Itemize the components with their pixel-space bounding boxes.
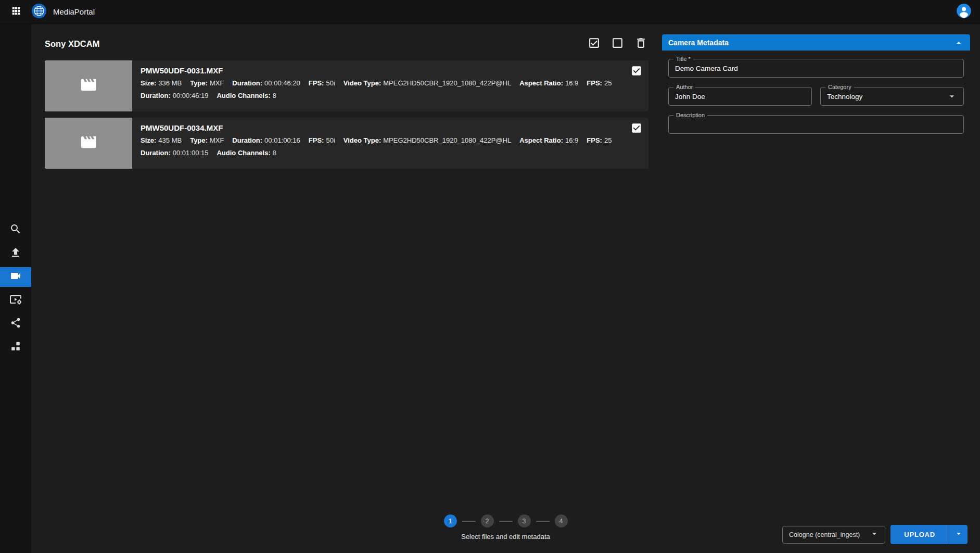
description-field-wrap: Description [668,115,964,134]
meta-pair: Aspect Ratio:16:9 [519,79,578,87]
user-avatar-icon [956,3,972,20]
trash-icon [634,36,647,51]
checkbox-checked-icon [631,122,642,135]
user-avatar-button[interactable] [956,3,972,20]
meta-label: FPS: [587,79,602,87]
sidebar-item-workflow[interactable] [0,337,31,357]
chevron-down-icon [869,529,880,541]
meta-pair: Video Type:MPEG2HD50CBR_1920_1080_422P@H… [343,79,511,87]
stepper-connector [499,521,513,522]
share-icon [10,317,21,330]
metadata-panel: Camera Metadata Title * Author Category [662,34,970,145]
meta-label: Duration: [141,149,171,157]
title-field[interactable] [675,65,957,72]
sidebar-item-share[interactable] [0,314,31,334]
upload-button[interactable]: UPLOAD [890,525,949,544]
stepper-step-4[interactable]: 4 [555,514,568,527]
meta-value: 336 MB [158,79,182,87]
meta-value: MPEG2HD50CBR_1920_1080_422P@HL [383,79,511,87]
files-toolbar [587,35,648,52]
stepper-step-1[interactable]: 1 [444,514,457,527]
meta-pair: Size:435 MB [141,136,182,144]
author-field-wrap: Author [668,87,812,106]
delete-button[interactable] [633,35,648,52]
upload-options-button[interactable] [949,525,968,544]
file-select-checkbox[interactable] [631,122,642,135]
brand: MediaPortal [31,3,95,21]
sidebar-item-media-settings[interactable] [0,291,31,310]
file-card[interactable]: PMW50UDF-0031.MXFSize:336 MBType:MXFDura… [45,60,648,111]
meta-label: Duration: [232,79,262,87]
meta-pair: FPS:25 [587,79,612,87]
meta-label: Type: [190,136,208,144]
meta-pair: Size:336 MB [141,79,182,87]
check-box-checked-icon [588,36,601,51]
meta-value: MXF [210,136,224,144]
category-field-label: Category [825,84,854,91]
meta-pair: Audio Channels:8 [217,92,276,99]
description-field-label: Description [673,112,707,119]
card-title: Sony XDCAM [45,39,99,49]
stepper-connector [536,521,550,522]
file-info: PMW50UDF-0034.MXFSize:435 MBType:MXFDura… [132,118,648,169]
author-field[interactable] [675,93,805,100]
description-field[interactable] [675,121,957,129]
meta-pair: Video Type:MPEG2HD50CBR_1920_1080_422P@H… [343,136,511,144]
meta-label: Audio Channels: [217,92,270,99]
main-content: Sony XDCAM [31,24,980,553]
file-meta-line-2: Duration:00:00:46:19Audio Channels:8 [141,92,640,99]
meta-value: 00:00:46:20 [264,79,300,87]
stepper-step-3[interactable]: 3 [518,514,531,527]
meta-value: 8 [273,92,276,99]
chevron-down-icon [954,529,963,540]
meta-label: FPS: [587,136,602,144]
meta-label: Size: [141,136,156,144]
videocam-icon [9,270,22,284]
file-name: PMW50UDF-0034.MXF [141,123,640,132]
apps-grid-button[interactable] [8,3,24,20]
workflow-icon [10,341,21,354]
files-pane: Sony XDCAM [31,24,662,175]
meta-label: Video Type: [343,79,381,87]
meta-label: Type: [190,79,208,87]
meta-label: Duration: [141,92,171,99]
deselect-all-button[interactable] [610,35,625,52]
meta-value: 25 [604,79,612,87]
meta-pair: FPS:50i [309,79,335,87]
sidebar [0,24,31,553]
category-select[interactable]: Category Technology [820,87,964,106]
file-thumbnail [45,118,132,169]
select-all-button[interactable] [587,35,602,52]
meta-value: 00:00:46:19 [173,92,209,99]
meta-value: 16:9 [565,79,578,87]
search-icon [9,223,22,237]
meta-label: Audio Channels: [217,149,270,157]
upload-icon [9,246,22,260]
app-logo-icon [31,3,47,21]
category-selected-value: Technology [827,93,943,100]
collapse-caret-up-icon [953,37,964,48]
metadata-form: Title * Author Category Technology [662,51,970,145]
file-list: PMW50UDF-0031.MXFSize:336 MBType:MXFDura… [45,60,648,169]
file-meta-line-2: Duration:00:01:00:15Audio Channels:8 [141,149,640,157]
meta-label: FPS: [309,79,324,87]
meta-label: Video Type: [343,136,381,144]
file-meta-line-1: Size:435 MBType:MXFDuration:00:01:00:16F… [141,136,640,144]
destination-select[interactable]: Cologne (central_ingest) [782,526,885,544]
footer-controls: Cologne (central_ingest) UPLOAD [782,525,968,544]
meta-value: MXF [210,79,224,87]
sidebar-item-search[interactable] [0,220,31,240]
meta-pair: Aspect Ratio:16:9 [519,136,578,144]
chevron-down-icon [947,91,957,102]
sidebar-item-upload[interactable] [0,244,31,263]
stepper-step-2[interactable]: 2 [481,514,494,527]
sidebar-item-camera-ingest[interactable] [0,267,31,287]
meta-value: 16:9 [565,136,578,144]
check-box-blank-icon [611,36,624,51]
meta-value: MPEG2HD50CBR_1920_1080_422P@HL [383,136,511,144]
file-card[interactable]: PMW50UDF-0034.MXFSize:435 MBType:MXFDura… [45,118,648,169]
file-select-checkbox[interactable] [631,65,642,78]
metadata-panel-header[interactable]: Camera Metadata [662,34,970,51]
meta-pair: Duration:00:01:00:16 [232,136,300,144]
title-field-label: Title * [673,56,693,62]
